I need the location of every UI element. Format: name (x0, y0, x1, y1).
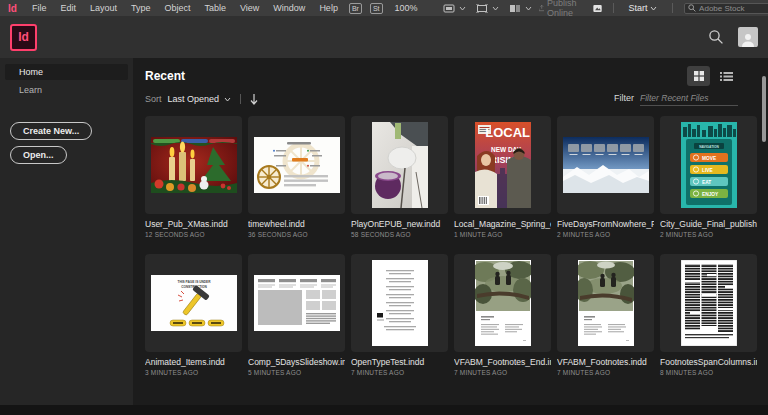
chevron-down-icon[interactable] (224, 97, 231, 102)
file-card[interactable]: OpenTypeTest.indd 7 MINUTES AGO (351, 254, 448, 376)
thumbnail-snow-mountains (563, 137, 649, 193)
file-name: City_Guide_Final_publish.indd (660, 219, 757, 229)
file-card[interactable]: PlayOnEPUB_new.indd 58 SECONDS AGO (351, 116, 448, 238)
file-card[interactable]: VFABM_Footnotes_End.indd 7 MINUTES AGO (454, 254, 551, 376)
adobe-stock-search[interactable] (684, 3, 768, 14)
grid-view-toggle[interactable] (687, 66, 710, 86)
file-time: 3 MINUTES AGO (145, 369, 242, 376)
menu-help[interactable]: Help (312, 3, 345, 13)
file-name: Local_Magazine_Spring_end_n... (454, 219, 551, 229)
file-name: FootnotesSpanColumns.indd (660, 357, 757, 367)
thumbnail-treehouse-article (578, 260, 634, 346)
file-card[interactable]: VFABM_Footnotes.indd 7 MINUTES AGO (557, 254, 654, 376)
file-card[interactable]: FootnotesSpanColumns.indd 8 MINUTES AGO (660, 254, 757, 376)
file-card[interactable]: FiveDaysFromNowhere_Publish... 2 MINUTES… (557, 116, 654, 238)
file-tile[interactable] (351, 254, 448, 352)
svg-text:LOCAL: LOCAL (485, 125, 530, 140)
recent-files-panel: Recent Sort Last Opened Filter (133, 58, 768, 405)
sidebar-item-learn[interactable]: Learn (5, 82, 128, 98)
publish-online-button[interactable]: Publish Online (539, 0, 587, 18)
file-card[interactable]: LOCAL NEW DAY RISING (454, 116, 551, 238)
file-card[interactable]: Comp_5DaysSlideshow.indd 5 MINUTES AGO (248, 254, 345, 376)
file-name: timewheel.indd (248, 219, 345, 229)
sort-dropdown[interactable]: Last Opened (168, 94, 220, 104)
file-time: 8 MINUTES AGO (660, 369, 757, 376)
file-tile[interactable]: THIS PAGE IS UNDER CONSTRUCTION (145, 254, 242, 352)
file-name: VFABM_Footnotes_End.indd (454, 357, 551, 367)
file-name: PlayOnEPUB_new.indd (351, 219, 448, 229)
file-tile[interactable] (660, 254, 757, 352)
menu-view[interactable]: View (233, 3, 266, 13)
svg-text:MOVE: MOVE (702, 156, 717, 161)
file-time: 2 MINUTES AGO (660, 231, 757, 238)
screen-mode-icon (476, 4, 488, 13)
file-name: FiveDaysFromNowhere_Publish... (557, 219, 654, 229)
file-time: 7 MINUTES AGO (557, 369, 654, 376)
chevron-down-icon (459, 6, 466, 11)
adobe-stock-search-input[interactable] (699, 4, 768, 13)
vertical-scrollbar[interactable] (762, 76, 766, 142)
media-preview-button[interactable] (593, 3, 602, 14)
view-options-dropdown[interactable] (443, 4, 470, 13)
menu-object[interactable]: Object (157, 3, 197, 13)
bridge-button[interactable]: Br (349, 3, 362, 14)
sort-label: Sort (145, 94, 162, 104)
file-time: 7 MINUTES AGO (454, 369, 551, 376)
sidebar-item-home[interactable]: Home (5, 64, 128, 80)
file-name: User_Pub_XMas.indd (145, 219, 242, 229)
file-tile[interactable] (145, 116, 242, 214)
search-icon (688, 4, 696, 12)
stock-button[interactable]: St (370, 3, 383, 14)
filter-input[interactable] (640, 93, 738, 106)
thumbnail-wireframe-layout (254, 275, 340, 331)
indesign-mini-logo: Id (8, 3, 17, 14)
screen-mode-dropdown[interactable] (476, 4, 503, 13)
file-time: 12 SECONDS AGO (145, 231, 242, 238)
file-card[interactable]: timewheel.indd 36 SECONDS AGO (248, 116, 345, 238)
file-tile[interactable] (351, 116, 448, 214)
file-time: 7 MINUTES AGO (351, 369, 448, 376)
create-new-button[interactable]: Create New... (10, 122, 92, 140)
thumbnail-drums-photo (372, 122, 428, 208)
file-tile[interactable] (454, 254, 551, 352)
menu-window[interactable]: Window (266, 3, 312, 13)
indesign-logo: Id (10, 24, 37, 51)
arrange-documents-dropdown[interactable] (509, 4, 536, 13)
file-name: VFABM_Footnotes.indd (557, 357, 654, 367)
filter-label: Filter (614, 93, 634, 103)
file-time: 2 MINUTES AGO (557, 231, 654, 238)
divider (672, 3, 673, 13)
menu-type[interactable]: Type (124, 3, 158, 13)
menu-layout[interactable]: Layout (83, 3, 124, 13)
svg-text:LIVE: LIVE (702, 168, 713, 173)
workspace-switcher[interactable]: Start (624, 3, 661, 13)
file-tile[interactable] (248, 116, 345, 214)
svg-text:ENJOY: ENJOY (702, 192, 719, 197)
file-name: Animated_Items.indd (145, 357, 242, 367)
divider (240, 94, 241, 104)
file-tile[interactable]: NAVIGATION MOVE LIVE EAT (660, 116, 757, 214)
zoom-level-dropdown[interactable]: 100% (395, 3, 418, 13)
thumbnail-dense-columns (681, 260, 737, 346)
user-avatar[interactable] (738, 27, 758, 47)
menu-table[interactable]: Table (197, 3, 233, 13)
file-card[interactable]: THIS PAGE IS UNDER CONSTRUCTION Animated… (145, 254, 242, 376)
thumbnail-christmas (151, 137, 237, 193)
thumbnail-treehouse-article (475, 260, 531, 346)
thumbnail-timewheel (254, 137, 340, 193)
file-tile[interactable] (557, 254, 654, 352)
menu-file[interactable]: File (25, 3, 54, 13)
file-card[interactable]: NAVIGATION MOVE LIVE EAT (660, 116, 757, 238)
file-time: 5 MINUTES AGO (248, 369, 345, 376)
file-tile[interactable]: LOCAL NEW DAY RISING (454, 116, 551, 214)
file-tile[interactable] (557, 116, 654, 214)
file-card[interactable]: User_Pub_XMas.indd 12 SECONDS AGO (145, 116, 242, 238)
bottom-strip (0, 405, 768, 415)
list-view-toggle[interactable] (715, 66, 738, 86)
open-button[interactable]: Open... (10, 146, 67, 164)
search-icon[interactable] (708, 29, 724, 45)
file-tile[interactable] (248, 254, 345, 352)
sort-direction-icon[interactable] (250, 94, 258, 105)
menu-edit[interactable]: Edit (53, 3, 83, 13)
file-name: OpenTypeTest.indd (351, 357, 448, 367)
